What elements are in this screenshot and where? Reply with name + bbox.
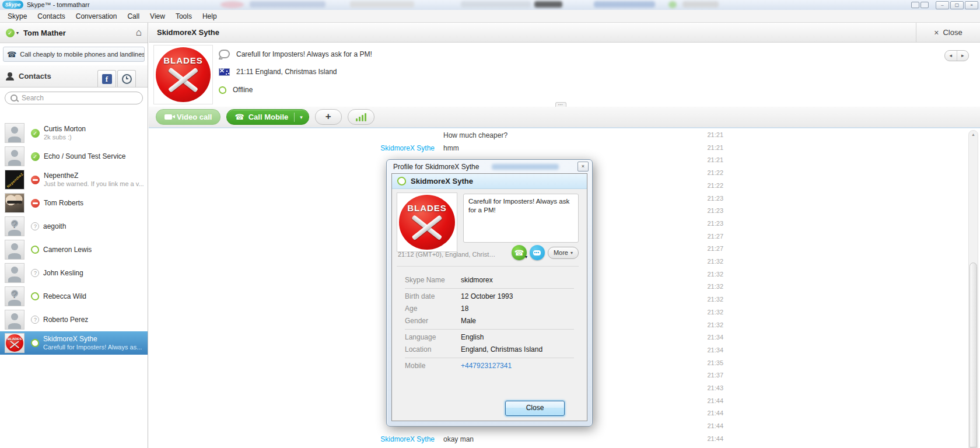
chat-button[interactable] bbox=[530, 245, 545, 260]
mobile-link[interactable]: +447923127341 bbox=[461, 360, 512, 372]
search-input[interactable] bbox=[5, 92, 143, 104]
contact-row[interactable]: John Kesling bbox=[0, 261, 148, 285]
message-time: 21:22 bbox=[694, 182, 723, 189]
contact-row[interactable]: ? Rebecca Wild bbox=[0, 285, 148, 308]
message-time: 21:21 bbox=[694, 131, 723, 138]
contact-row[interactable]: Roberto Perez bbox=[0, 308, 148, 331]
chevron-down-icon: ▾ bbox=[525, 254, 527, 260]
call-quality-button[interactable] bbox=[348, 109, 374, 125]
message-time: 21:43 bbox=[694, 384, 723, 391]
time-location: 21:11 England, Christmas Island bbox=[236, 68, 337, 76]
menu-item-skype[interactable]: Skype bbox=[2, 11, 32, 22]
conversation-close-button[interactable]: × Close bbox=[916, 23, 980, 42]
contact-row[interactable]: Tom Roberts bbox=[0, 191, 148, 215]
window-title: Skype™ - tommatharr bbox=[27, 1, 90, 8]
dialog-titlebar[interactable]: Profile for SkidmoreX Sythe × bbox=[387, 160, 592, 173]
question-mark: ? bbox=[5, 219, 24, 231]
close-button[interactable]: × bbox=[965, 1, 978, 9]
chat-message-row: SkidmoreX Sythe hmm 21:21 bbox=[149, 144, 980, 156]
presence-status-icon bbox=[218, 85, 227, 94]
blurred-tab bbox=[350, 1, 414, 8]
titlebar-button[interactable] bbox=[921, 2, 929, 8]
chevron-down-icon[interactable]: ▾ bbox=[16, 30, 19, 36]
pager-prev-button[interactable]: ◂ bbox=[945, 51, 957, 61]
menu-item-call[interactable]: Call bbox=[122, 11, 145, 22]
profile-avatar: BLADES bbox=[397, 192, 457, 252]
profile-time-location: 21:12 (GMT+0), England, Christmas Isl... bbox=[398, 251, 496, 258]
field-value: Male bbox=[461, 315, 476, 327]
contact-name: aegoith bbox=[43, 222, 66, 231]
message-text: How much cheaper? bbox=[443, 131, 508, 139]
contact-name: Curtis Morton bbox=[44, 125, 86, 134]
blurred-tab bbox=[250, 1, 326, 8]
dialog-close-icon[interactable]: × bbox=[578, 162, 589, 172]
dialog-close-action-button[interactable]: Close bbox=[505, 401, 565, 416]
menu-item-contacts[interactable]: Contacts bbox=[32, 11, 70, 22]
video-call-button[interactable]: Video call bbox=[156, 109, 220, 125]
contact-status-icon bbox=[31, 222, 39, 230]
profile-field-row: Language English bbox=[405, 331, 574, 344]
menu-bar: SkypeContactsConversationCallViewToolsHe… bbox=[0, 10, 980, 23]
add-participants-button[interactable]: + bbox=[315, 109, 342, 125]
phone-icon: ☎ bbox=[7, 50, 16, 59]
call-cheaply-banner[interactable]: ☎ Call cheaply to mobile phones and land… bbox=[3, 47, 145, 62]
contact-row[interactable]: Echo / Sound Test Service bbox=[0, 145, 148, 168]
contact-row[interactable]: ? aegoith bbox=[0, 215, 148, 238]
recent-tab[interactable] bbox=[117, 70, 136, 87]
skype-logo-icon: Skype bbox=[2, 1, 23, 9]
divider bbox=[397, 266, 579, 267]
contact-avatar bbox=[5, 146, 24, 166]
contact-row[interactable]: Cameron Lewis bbox=[0, 238, 148, 261]
contact-row[interactable]: Curtis Morton 2k subs :) bbox=[0, 121, 148, 145]
user-name: Tom Mather bbox=[23, 29, 136, 37]
menu-item-help[interactable]: Help bbox=[197, 11, 222, 22]
blurred-tab bbox=[668, 1, 677, 8]
profile-mood[interactable]: Carefull for Imposters! Always ask for a… bbox=[463, 194, 579, 243]
titlebar-button[interactable] bbox=[911, 2, 919, 8]
field-value: 18 bbox=[461, 303, 468, 315]
message-time: 21:21 bbox=[694, 156, 723, 163]
contact-name: John Kesling bbox=[43, 269, 83, 278]
camera-icon bbox=[164, 114, 172, 120]
user-status-icon[interactable] bbox=[6, 29, 15, 37]
signal-bars-icon bbox=[356, 113, 366, 121]
contact-row[interactable]: BLADES SkidmoreX Sythe Carefull for Impo… bbox=[0, 331, 148, 355]
message-time: 21:34 bbox=[694, 334, 723, 341]
more-label: More bbox=[554, 249, 568, 256]
profile-fields: Skype Name skidmorex Birth date 12 Octob… bbox=[405, 274, 574, 372]
call-button[interactable]: ☎ ▾ bbox=[512, 245, 527, 260]
contact-avatar: ? bbox=[5, 216, 24, 236]
message-time: 21:32 bbox=[694, 309, 723, 316]
facebook-tab[interactable]: f bbox=[97, 70, 116, 87]
contact-row[interactable]: NepentheZ NepentheZ Just be warned. If y… bbox=[0, 168, 148, 191]
blurred-text bbox=[492, 164, 559, 170]
message-time: 21:32 bbox=[694, 271, 723, 278]
home-icon[interactable]: ⌂ bbox=[136, 27, 142, 38]
chevron-down-icon: ▾ bbox=[570, 250, 573, 256]
message-sender[interactable]: SkidmoreX Sythe bbox=[265, 435, 435, 443]
minimize-button[interactable]: – bbox=[936, 1, 949, 9]
chat-bubble-icon bbox=[533, 250, 541, 256]
menu-item-view[interactable]: View bbox=[145, 11, 170, 22]
message-sender[interactable]: SkidmoreX Sythe bbox=[265, 144, 435, 152]
chevron-down-icon[interactable]: ▾ bbox=[300, 114, 303, 120]
contact-avatar bbox=[5, 123, 24, 143]
maximize-button[interactable]: ▢ bbox=[950, 1, 964, 9]
dialog-body: SkidmoreX Sythe BLADES Carefull for Impo… bbox=[391, 173, 587, 421]
flag-icon bbox=[219, 68, 230, 76]
contacts-header: Contacts f bbox=[0, 65, 148, 88]
call-mobile-label: Call Mobile bbox=[249, 113, 289, 121]
question-mark: ? bbox=[5, 289, 24, 301]
menu-item-conversation[interactable]: Conversation bbox=[71, 11, 123, 22]
contact-name: Tom Roberts bbox=[44, 199, 83, 208]
menu-item-tools[interactable]: Tools bbox=[170, 11, 197, 22]
call-mobile-button[interactable]: ☎ Call Mobile ▾ bbox=[226, 109, 309, 125]
profile-field-row: Location England, Christmas Island bbox=[405, 344, 574, 356]
pager-next-button[interactable]: ▸ bbox=[957, 51, 969, 61]
more-button[interactable]: More ▾ bbox=[548, 247, 579, 259]
profile-field-row: Age 18 bbox=[405, 303, 574, 315]
field-label: Gender bbox=[405, 315, 461, 327]
field-value: 12 October 1993 bbox=[461, 290, 513, 303]
mood-bubble-icon bbox=[219, 50, 230, 58]
message-time: 21:44 bbox=[694, 435, 723, 442]
